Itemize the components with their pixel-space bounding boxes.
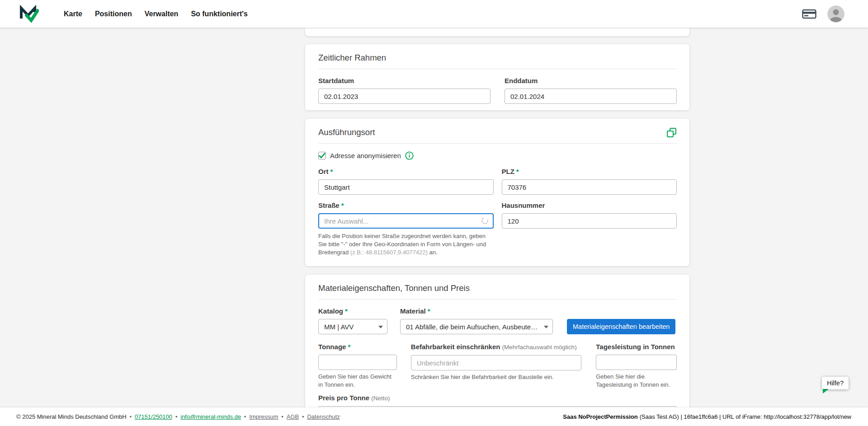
material-label: Material* <box>400 307 553 315</box>
hausnummer-field: Hausnummer <box>502 201 677 256</box>
plz-input[interactable] <box>502 179 677 195</box>
strasse-help-text: Falls die Position keiner Straße zugeord… <box>318 232 486 256</box>
navbar: Karte Positionen Verwalten So funktionie… <box>0 0 868 28</box>
tagesleistung-field: Tagesleistung in Tonnen Geben Sie hier d… <box>596 342 677 389</box>
footer-phone-link[interactable]: 07151/250100 <box>135 413 172 420</box>
footer-impressum-link[interactable]: Impressum <box>249 413 278 420</box>
divider <box>318 69 677 69</box>
edit-material-properties-button[interactable]: Materialeigenschaften bearbeiten <box>567 319 675 334</box>
befahrbarkeit-label: Befahrbarkeit einschränken (Mehrfachausw… <box>411 342 581 351</box>
separator <box>282 413 283 420</box>
katalog-field: Katalog* MM | AVV <box>318 307 387 334</box>
navbar-right <box>802 5 844 23</box>
tonnage-help-text: Geben Sie hier das Gewicht in Tonnen ein… <box>318 373 397 389</box>
tonnage-field: Tonnage* Geben Sie hier das Gewicht in T… <box>318 342 397 389</box>
enddatum-input[interactable] <box>505 89 677 104</box>
tagesleistung-help-text: Geben Sie hier die Tagesleistung in Tonn… <box>596 373 677 389</box>
nav-item-verwalten[interactable]: Verwalten <box>145 10 179 18</box>
befahrbarkeit-input[interactable] <box>411 355 581 370</box>
mineral-minds-logo-icon[interactable] <box>19 5 39 23</box>
katalog-label: Katalog* <box>318 307 387 315</box>
required-asterisk: * <box>330 168 333 175</box>
card-ausfuehrungsort: Ausführungsort Adresse anonymisieren <box>305 119 689 266</box>
preis-label: Preis pro Tonne (Netto) <box>318 393 677 403</box>
info-icon[interactable] <box>405 151 414 160</box>
footer-left: © 2025 Mineral Minds Deutschland GmbH 07… <box>16 413 340 420</box>
section-title-zeitlicher-rahmen: Zeitlicher Rahmen <box>318 52 677 63</box>
hausnummer-label: Hausnummer <box>502 201 677 210</box>
copy-icon[interactable] <box>666 127 677 138</box>
startdatum-label: Startdatum <box>318 76 491 85</box>
material-field: Material* 01 Abfälle, die beim Aufsuchen… <box>400 307 553 334</box>
tonnage-label: Tonnage* <box>318 342 397 351</box>
footer-email-link[interactable]: info@mineral-minds.de <box>180 413 241 420</box>
hausnummer-input[interactable] <box>502 213 677 229</box>
befahrbarkeit-help-text: Schränken Sie hier die Befahrbarkeit der… <box>411 373 581 381</box>
plz-field: PLZ* <box>502 167 677 195</box>
chevron-down-icon <box>378 326 383 328</box>
plz-label: PLZ* <box>502 167 677 176</box>
strasse-field: Straße* Falls die Position keiner Straße… <box>318 201 494 256</box>
section-title-ausfuehrungsort: Ausführungsort <box>318 127 375 138</box>
katalog-select[interactable]: MM | AVV <box>318 319 387 334</box>
card-reader-icon[interactable] <box>802 8 816 20</box>
card-zeitlicher-rahmen: Zeitlicher Rahmen Startdatum Enddatum <box>305 44 689 110</box>
footer: © 2025 Mineral Minds Deutschland GmbH 07… <box>0 407 868 426</box>
startdatum-input[interactable] <box>318 89 491 104</box>
footer-datenschutz-link[interactable]: Datenschutz <box>307 413 340 420</box>
startdatum-field: Startdatum <box>318 76 491 104</box>
footer-environment-info: Saas NoProjectPermission(Saas Test AG) |… <box>563 413 851 420</box>
befahrbarkeit-field: Befahrbarkeit einschränken (Mehrfachausw… <box>411 342 581 381</box>
strasse-input[interactable] <box>319 215 493 227</box>
footer-copyright: © 2025 Mineral Minds Deutschland GmbH <box>16 413 127 420</box>
ort-label: Ort* <box>318 167 494 176</box>
material-select[interactable]: 01 Abfälle, die beim Aufsuchen, Ausbeute… <box>400 319 553 334</box>
form-column: Zeitlicher Rahmen Startdatum Enddatum Au… <box>305 28 689 407</box>
page-content: Zeitlicher Rahmen Startdatum Enddatum Au… <box>0 28 868 407</box>
nav-item-positionen[interactable]: Positionen <box>95 10 132 18</box>
ort-field: Ort* <box>318 167 494 195</box>
required-asterisk: * <box>348 343 350 351</box>
required-asterisk: * <box>428 307 430 315</box>
separator <box>175 413 177 420</box>
enddatum-label: Enddatum <box>505 76 677 85</box>
required-asterisk: * <box>516 168 519 175</box>
footer-agb-link[interactable]: AGB <box>287 413 299 420</box>
nav-item-karte[interactable]: Karte <box>64 10 82 18</box>
section-title-material: Materialeigenschaften, Tonnen und Preis <box>318 283 677 294</box>
anonymize-checkbox[interactable] <box>318 152 326 159</box>
tagesleistung-label: Tagesleistung in Tonnen <box>596 342 677 351</box>
divider <box>318 299 677 300</box>
strasse-label: Straße* <box>318 201 494 210</box>
preis-field: Preis pro Tonne (Netto) <box>318 393 677 407</box>
tagesleistung-input[interactable] <box>596 355 677 370</box>
enddatum-field: Enddatum <box>505 76 677 104</box>
strasse-input-wrap <box>318 213 494 229</box>
user-avatar[interactable] <box>827 5 844 23</box>
anonymize-label: Adresse anonymisieren <box>330 152 401 159</box>
nav-item-so-funktionierts[interactable]: So funktioniert's <box>191 10 248 18</box>
divider <box>318 143 677 144</box>
separator <box>302 413 304 420</box>
required-asterisk: * <box>345 307 348 315</box>
chevron-down-icon <box>544 326 548 328</box>
ort-input[interactable] <box>318 179 494 195</box>
tonnage-input[interactable] <box>318 355 397 370</box>
card-material: Materialeigenschaften, Tonnen und Preis … <box>305 275 689 407</box>
previous-card-partial <box>305 28 689 36</box>
help-button[interactable]: Hilfe? <box>822 377 849 389</box>
required-asterisk: * <box>341 201 344 209</box>
separator <box>130 413 132 420</box>
main-nav: Karte Positionen Verwalten So funktionie… <box>64 10 248 18</box>
separator <box>244 413 246 420</box>
